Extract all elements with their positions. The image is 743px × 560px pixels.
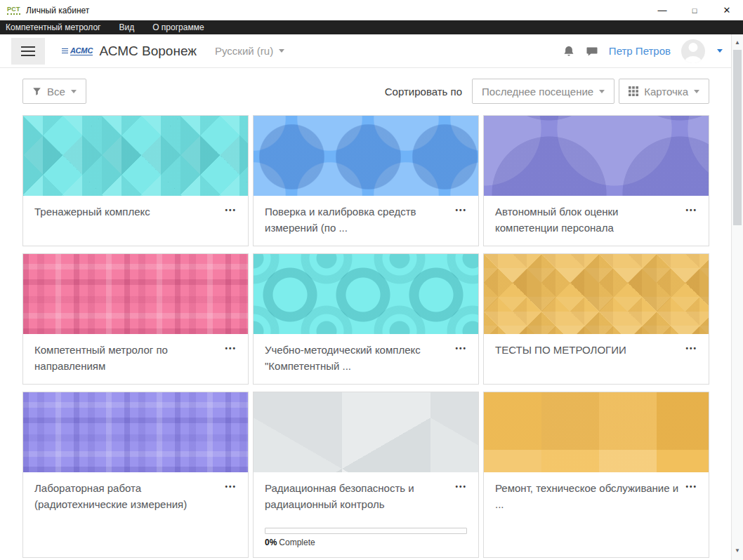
course-actions-menu[interactable]: ••• bbox=[455, 342, 467, 352]
course-title-link[interactable]: Ремонт, техническое обслуживание и ... bbox=[495, 481, 685, 512]
menu-bar: Компетентный метролог Вид О программе bbox=[0, 20, 743, 34]
course-progress: 0%Complete bbox=[265, 515, 467, 547]
asms-logo-text: АСМС bbox=[70, 46, 93, 55]
course-grid: Тренажерный комплекс ••• Поверка и калиб… bbox=[22, 115, 709, 558]
site-header: АСМС АСМС Воронеж Русский (ru) bbox=[0, 34, 731, 68]
progress-bar bbox=[265, 528, 467, 534]
course-image[interactable] bbox=[484, 254, 709, 334]
language-selector[interactable]: Русский (ru) bbox=[215, 45, 284, 57]
grid-3x3-icon bbox=[629, 86, 638, 96]
toolbar-right: Сортировать по Последнее посещение Карто… bbox=[385, 79, 709, 104]
course-actions-menu[interactable]: ••• bbox=[225, 204, 237, 214]
user-name-link[interactable]: Петр Петров bbox=[609, 45, 671, 57]
course-title-link[interactable]: Учебно-методический комплекс "Компетентн… bbox=[265, 342, 455, 374]
course-image[interactable] bbox=[254, 392, 478, 472]
course-card: Тренажерный комплекс ••• bbox=[22, 115, 249, 246]
course-image[interactable] bbox=[484, 392, 709, 472]
course-actions-menu[interactable]: ••• bbox=[685, 342, 697, 352]
filter-dropdown[interactable]: Все bbox=[22, 79, 86, 104]
course-title-link[interactable]: Компетентный метролог по направлениям bbox=[34, 342, 225, 374]
course-title-link[interactable]: Лабораторная работа (радиотехнические из… bbox=[34, 481, 225, 512]
window-title: Личный кабинет bbox=[26, 6, 89, 15]
window-controls: — □ ✕ bbox=[646, 0, 743, 20]
hamburger-menu-button[interactable] bbox=[11, 38, 45, 65]
course-image[interactable] bbox=[23, 392, 248, 472]
course-actions-menu[interactable]: ••• bbox=[455, 204, 467, 214]
course-card: Поверка и калибровка средств измерений (… bbox=[253, 115, 479, 246]
messages-button[interactable] bbox=[586, 45, 598, 58]
course-actions-menu[interactable]: ••• bbox=[685, 204, 697, 214]
course-card: Радиационная безопасность и радиационный… bbox=[253, 392, 479, 558]
progress-label: 0%Complete bbox=[265, 538, 467, 547]
notifications-button[interactable] bbox=[563, 45, 575, 58]
menu-item-view[interactable]: Вид bbox=[110, 20, 143, 34]
header-right: Петр Петров bbox=[563, 39, 723, 63]
user-avatar[interactable] bbox=[681, 39, 705, 63]
chevron-down-icon bbox=[279, 49, 284, 53]
view-mode-value: Карточка bbox=[644, 86, 688, 98]
maximize-button[interactable]: □ bbox=[678, 0, 711, 20]
chevron-down-icon bbox=[599, 90, 605, 93]
menu-item-about[interactable]: О программе bbox=[143, 20, 213, 34]
site-name-link[interactable]: АСМС Воронеж bbox=[99, 44, 197, 59]
course-actions-menu[interactable]: ••• bbox=[225, 342, 237, 352]
course-actions-menu[interactable]: ••• bbox=[225, 481, 237, 491]
course-title-link[interactable]: Тренажерный комплекс bbox=[34, 204, 225, 220]
progress-percent: 0% bbox=[265, 538, 277, 547]
app-window: РСТ Личный кабинет — □ ✕ Компетентный ме… bbox=[0, 0, 743, 560]
course-title-link[interactable]: Поверка и калибровка средств измерений (… bbox=[265, 204, 455, 236]
titlebar: РСТ Личный кабинет — □ ✕ bbox=[0, 0, 743, 20]
scroll-up-arrow-icon[interactable]: ▲ bbox=[732, 38, 743, 48]
course-card: Ремонт, техническое обслуживание и ... •… bbox=[483, 392, 709, 558]
sort-by-label: Сортировать по bbox=[385, 86, 462, 98]
sort-dropdown[interactable]: Последнее посещение bbox=[472, 79, 614, 104]
course-title-link[interactable]: Автономный блок оценки компетенции персо… bbox=[495, 204, 685, 236]
progress-word: Complete bbox=[279, 538, 315, 547]
course-actions-menu[interactable]: ••• bbox=[455, 481, 467, 491]
filter-label: Все bbox=[47, 86, 65, 98]
course-image[interactable] bbox=[23, 254, 248, 334]
bell-icon bbox=[563, 45, 575, 58]
rst-logo-icon: РСТ bbox=[7, 6, 20, 15]
course-card: Автономный блок оценки компетенции персо… bbox=[483, 115, 709, 246]
view-mode-dropdown[interactable]: Карточка bbox=[619, 79, 709, 104]
course-card: Учебно-методический комплекс "Компетентн… bbox=[253, 253, 479, 385]
course-card: ТЕСТЫ ПО МЕТРОЛОГИИ ••• bbox=[483, 253, 709, 385]
close-button[interactable]: ✕ bbox=[711, 0, 743, 20]
language-label: Русский (ru) bbox=[215, 45, 273, 57]
vertical-scrollbar[interactable]: ▲ ▼ bbox=[731, 34, 743, 560]
user-menu-chevron-icon[interactable] bbox=[717, 49, 723, 53]
chevron-down-icon bbox=[694, 90, 699, 93]
scrollbar-thumb[interactable] bbox=[733, 50, 742, 225]
course-card: Лабораторная работа (радиотехнические из… bbox=[22, 392, 249, 558]
hamburger-icon bbox=[21, 46, 35, 48]
course-image[interactable] bbox=[254, 254, 478, 334]
course-image[interactable] bbox=[254, 116, 478, 196]
minimize-button[interactable]: — bbox=[646, 0, 678, 20]
scroll-down-arrow-icon[interactable]: ▼ bbox=[732, 546, 743, 556]
asms-logo[interactable]: АСМС bbox=[62, 46, 93, 55]
course-image[interactable] bbox=[23, 116, 248, 196]
sort-value: Последнее посещение bbox=[482, 86, 593, 98]
course-title-link[interactable]: Радиационная безопасность и радиационный… bbox=[265, 481, 455, 512]
course-toolbar: Все Сортировать по Последнее посещение К… bbox=[22, 79, 709, 104]
speech-bubble-icon bbox=[586, 45, 598, 58]
course-actions-menu[interactable]: ••• bbox=[685, 481, 697, 491]
page: АСМС АСМС Воронеж Русский (ru) bbox=[0, 34, 731, 558]
chevron-down-icon bbox=[71, 90, 77, 93]
course-image[interactable] bbox=[484, 116, 709, 196]
menu-item-competent-metrologist[interactable]: Компетентный метролог bbox=[0, 20, 110, 34]
course-card: Компетентный метролог по направлениям ••… bbox=[22, 253, 249, 385]
funnel-icon bbox=[32, 87, 41, 96]
course-title-link[interactable]: ТЕСТЫ ПО МЕТРОЛОГИИ bbox=[495, 342, 685, 359]
